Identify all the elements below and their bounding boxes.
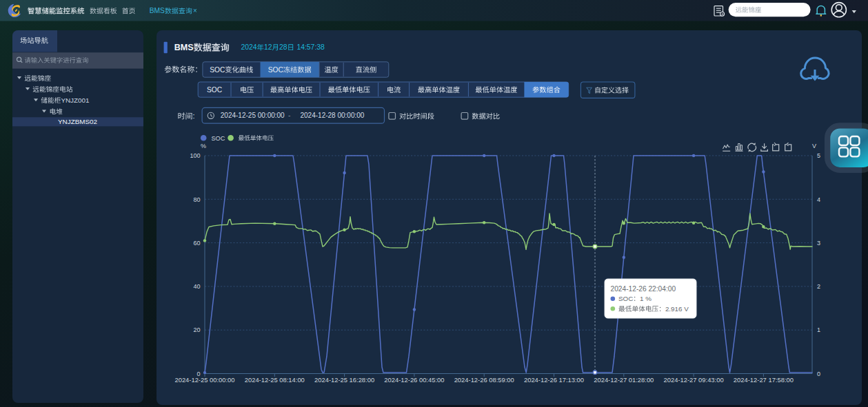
svg-text:BMS: BMS [174, 43, 194, 52]
svg-text:SOC: SOC [210, 66, 225, 74]
svg-text:2024-12-25 00:00:00: 2024-12-25 00:00:00 [174, 376, 234, 384]
svg-text:-: - [288, 112, 290, 119]
svg-text:2024-12-26 22:04:00: 2024-12-26 22:04:00 [611, 285, 676, 293]
svg-text:2024-12-25 08:14:00: 2024-12-25 08:14:00 [245, 376, 305, 384]
svg-text:2024-12-25 00:00:00: 2024-12-25 00:00:00 [221, 112, 285, 119]
svg-text:SOC: SOC [268, 66, 283, 74]
svg-text:2024-12-25 16:28:00: 2024-12-25 16:28:00 [314, 376, 374, 384]
svg-text:×: × [193, 7, 197, 14]
svg-text:V: V [812, 143, 816, 149]
svg-text:80: 80 [193, 196, 200, 203]
svg-text::: : [193, 112, 195, 120]
svg-text:2024-12-27 01:28:00: 2024-12-27 01:28:00 [594, 376, 654, 384]
svg-text:1 %: 1 % [640, 295, 652, 302]
svg-text:YNJZBMS02: YNJZBMS02 [58, 118, 97, 125]
svg-text:60: 60 [193, 240, 200, 247]
svg-text:100: 100 [190, 152, 200, 159]
svg-text:2024-12-26 08:59:00: 2024-12-26 08:59:00 [454, 376, 514, 384]
svg-text:2024-12-28 00:00:00: 2024-12-28 00:00:00 [301, 112, 365, 119]
svg-text:2.916 V: 2.916 V [665, 305, 689, 313]
svg-text:2024-12-26 17:13:00: 2024-12-26 17:13:00 [524, 376, 584, 384]
svg-text:40: 40 [193, 283, 200, 290]
svg-text:4: 4 [817, 196, 820, 203]
svg-text:5: 5 [817, 152, 820, 159]
svg-text:28: 28 [279, 43, 287, 51]
svg-text:2024: 2024 [241, 43, 256, 51]
svg-text:SOC: SOC [207, 86, 222, 94]
svg-text:SOC: SOC [618, 295, 633, 302]
svg-text:2024-12-27 09:43:00: 2024-12-27 09:43:00 [664, 376, 724, 384]
svg-text:YNJZ001: YNJZ001 [61, 96, 90, 104]
svg-text:SOC: SOC [211, 135, 225, 142]
svg-text:2024-12-26 00:45:00: 2024-12-26 00:45:00 [384, 376, 444, 384]
svg-text:2024-12-27 17:58:00: 2024-12-27 17:58:00 [734, 376, 794, 384]
svg-text:2: 2 [817, 283, 820, 290]
svg-text:20: 20 [193, 326, 200, 333]
svg-text:1: 1 [817, 326, 820, 333]
svg-text:%: % [201, 143, 206, 149]
svg-text:BMS: BMS [150, 7, 165, 14]
svg-text:14:57:38: 14:57:38 [296, 43, 325, 51]
svg-text:3: 3 [817, 240, 820, 247]
svg-text:0: 0 [817, 371, 820, 377]
svg-text:12: 12 [264, 43, 272, 51]
